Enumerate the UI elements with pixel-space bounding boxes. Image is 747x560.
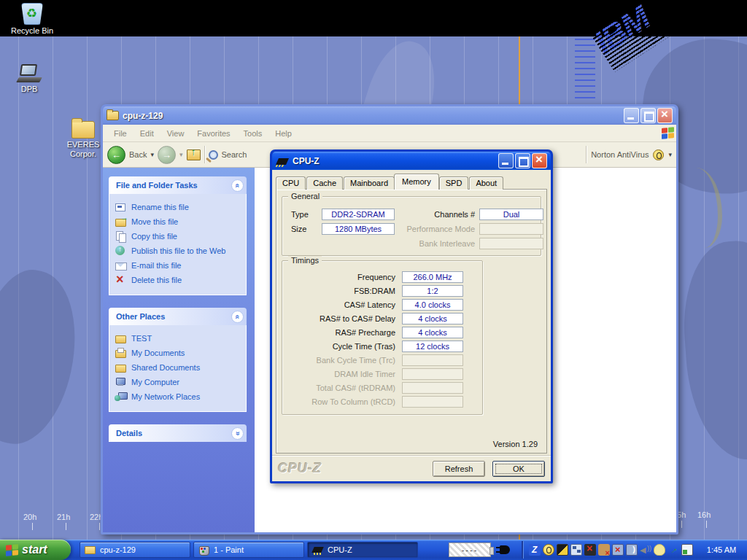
field-row: Row To Column (tRCD)	[285, 396, 463, 408]
menu-item-edit[interactable]: Edit	[133, 129, 160, 138]
desktop-icon-recycle-bin[interactable]: Recycle Bin	[6, 3, 58, 36]
task-link[interactable]: Copy this file	[115, 229, 243, 244]
tab-cache[interactable]: Cache	[306, 176, 343, 190]
tab-cpu[interactable]: CPU	[276, 176, 306, 190]
task-link-label: My Network Places	[131, 392, 200, 401]
field-label: FSB:DRAM	[285, 287, 402, 295]
norton-antivirus-label[interactable]: Norton AntiVirus	[591, 150, 649, 159]
chevron-up-icon[interactable]	[231, 179, 244, 192]
task-link[interactable]: TEST	[115, 331, 243, 346]
minimize-button[interactable]	[498, 153, 514, 168]
task-link[interactable]: Publish this file to the Web	[115, 244, 243, 258]
taskbar-button-cpu-z-129[interactable]: cpu-z-129	[80, 542, 190, 558]
power-meter-icon[interactable]	[557, 544, 568, 556]
start-button[interactable]: start	[0, 540, 71, 560]
value-field: 4 clocks	[402, 313, 463, 324]
tab-spd[interactable]: SPD	[439, 176, 469, 190]
ok-button[interactable]: OK	[492, 461, 545, 477]
move-icon	[115, 217, 127, 227]
explorer-titlebar[interactable]: cpu-z-129	[103, 106, 676, 125]
forward-button-icon[interactable]: →	[158, 146, 176, 164]
lan-icon[interactable]	[570, 544, 582, 556]
task-link[interactable]: My Computer	[115, 375, 243, 389]
maximize-button[interactable]	[640, 108, 656, 123]
folder-icon	[85, 545, 96, 555]
search-icon[interactable]	[209, 150, 218, 160]
volume-icon[interactable]	[640, 544, 651, 556]
task-link-label: Rename this file	[131, 203, 189, 211]
field-row: CAS# Latency4.0 clocks	[285, 299, 463, 311]
task-link[interactable]: My Documents	[115, 346, 243, 360]
version-label: Version 1.29	[493, 440, 538, 448]
value-field: 266.0 MHz	[402, 271, 463, 283]
close-button[interactable]	[657, 108, 673, 123]
taskbar-button-1-paint[interactable]: 1 - Paint	[193, 542, 304, 558]
field-row: Total CAS# (tRDRAM)	[285, 382, 463, 394]
dialer-icon[interactable]	[529, 544, 541, 556]
email-icon	[115, 260, 127, 271]
search-button-label[interactable]: Search	[222, 150, 247, 159]
panel-header[interactable]: Details	[109, 424, 247, 442]
timezone-label: 21h	[57, 513, 70, 521]
timezone-label: 20h	[23, 513, 36, 521]
field-label: DRAM Idle Timer	[285, 370, 402, 378]
back-dropdown-caret[interactable]: ▾	[150, 151, 154, 158]
norton-antivirus-icon[interactable]	[653, 149, 664, 160]
menu-item-file[interactable]: File	[107, 129, 133, 138]
panel-header[interactable]: Other Places	[109, 308, 247, 325]
ac-power-plug-icon[interactable]	[500, 545, 510, 554]
minimize-button[interactable]	[624, 108, 639, 123]
up-folder-button[interactable]	[187, 149, 201, 160]
battery-meter[interactable]: ----	[449, 542, 491, 557]
timezone-label: 16h	[697, 510, 711, 519]
value-field: 1:2	[402, 285, 463, 297]
maximize-button[interactable]	[515, 153, 530, 168]
tab-mainboard[interactable]: Mainboard	[344, 176, 395, 190]
task-link[interactable]: Shared Documents	[115, 360, 243, 375]
task-link[interactable]: Delete this file	[115, 273, 243, 287]
desktop-icon-dpb[interactable]: DPB	[3, 64, 55, 94]
display-error-icon[interactable]	[612, 544, 624, 556]
chevron-up-icon[interactable]	[231, 311, 244, 323]
norton-tray-icon[interactable]	[543, 544, 554, 556]
wireless-icon[interactable]	[626, 544, 638, 556]
chevron-down-icon[interactable]	[231, 427, 244, 440]
toolbar-separator	[204, 146, 205, 163]
norton-dropdown-caret[interactable]: ▾	[668, 151, 672, 158]
back-button-label[interactable]: Back	[129, 150, 147, 159]
task-link-label: Publish this file to the Web	[131, 246, 225, 255]
tab-about[interactable]: About	[469, 176, 503, 190]
task-link[interactable]: Move this file	[115, 214, 243, 229]
desktop-icon-label: Recycle Bin	[6, 26, 58, 36]
field-row: DRAM Idle Timer	[285, 368, 463, 380]
menu-item-favorites[interactable]: Favorites	[190, 129, 236, 138]
cpuz-titlebar[interactable]: CPU-Z	[272, 152, 551, 170]
tray-clock[interactable]: 1:45 AM	[700, 545, 743, 554]
shared-display-icon[interactable]	[681, 544, 693, 556]
task-link-label: Move this file	[131, 217, 178, 226]
task-panel: Details	[109, 424, 247, 442]
menu-item-view[interactable]: View	[160, 129, 191, 138]
rename-icon	[115, 202, 127, 212]
refresh-button[interactable]: Refresh	[433, 461, 485, 477]
taskbar-button-cpu-z[interactable]: CPU-Z	[307, 542, 418, 558]
desktop-icon-everes[interactable]: EVERES Corpor.	[61, 121, 105, 159]
offline-users-icon[interactable]	[598, 544, 610, 556]
recycle-bin-icon	[21, 3, 43, 25]
ghost-icon[interactable]	[654, 544, 665, 556]
task-link[interactable]: My Network Places	[115, 389, 243, 404]
panel-header[interactable]: File and Folder Tasks	[109, 176, 247, 194]
tab-memory[interactable]: Memory	[394, 174, 439, 190]
delete-icon	[115, 275, 127, 285]
update-arrow-icon[interactable]	[667, 544, 679, 556]
task-link[interactable]: Rename this file	[115, 200, 243, 214]
menu-item-tools[interactable]: Tools	[237, 129, 269, 138]
cpuz-logo: CPU-Z	[278, 461, 425, 476]
tv-mute-icon[interactable]	[584, 544, 596, 556]
back-button-icon[interactable]: ←	[107, 146, 125, 164]
close-button[interactable]	[532, 153, 547, 168]
tray-divider	[522, 541, 523, 559]
menu-item-help[interactable]: Help	[268, 129, 298, 138]
panel-title: Details	[116, 429, 231, 438]
task-link[interactable]: E-mail this file	[115, 258, 243, 273]
